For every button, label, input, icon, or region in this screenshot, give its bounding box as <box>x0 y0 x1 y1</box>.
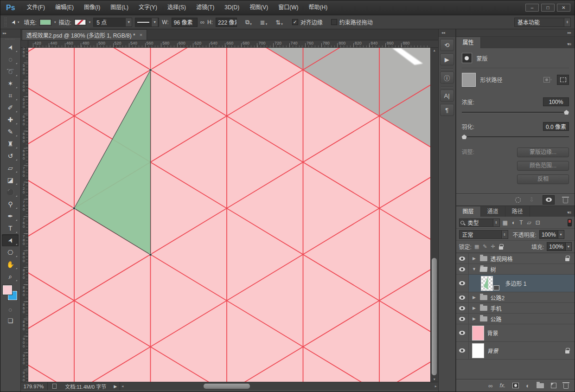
scroll-up-icon[interactable]: ▲ <box>431 49 438 52</box>
layer-name[interactable]: 多边形 1 <box>505 279 527 287</box>
vertical-scrollbar-thumb[interactable] <box>432 258 437 375</box>
tab-close-icon[interactable]: × <box>140 32 142 38</box>
layer-name[interactable]: 背景 <box>487 329 498 337</box>
menu-item[interactable]: 选择(S) <box>162 0 191 15</box>
layer-content[interactable]: ▶透视网格 <box>469 253 575 263</box>
layer-row[interactable]: ▶公路 <box>456 314 575 324</box>
panels-collapse-header[interactable]: ▸▸ <box>456 29 575 37</box>
density-value[interactable]: 100% <box>543 97 569 106</box>
eye-icon[interactable] <box>459 348 465 353</box>
layer-visibility-cell[interactable] <box>456 324 469 341</box>
layer-content[interactable]: 多边形 1 <box>469 275 575 292</box>
invert-button[interactable]: 反相 <box>517 174 569 184</box>
feather-slider-thumb[interactable] <box>462 135 467 139</box>
scroll-down-icon[interactable]: ▼ <box>431 378 438 381</box>
filter-adjustment-layers-icon[interactable]: ◐ <box>512 219 515 226</box>
close-button[interactable]: ✕ <box>557 4 570 12</box>
expand-triangle-icon[interactable]: ▶ <box>472 295 477 300</box>
layer-visibility-cell[interactable] <box>456 303 469 313</box>
layer-visibility-cell[interactable] <box>456 253 469 263</box>
history-panel-icon[interactable]: ⟲ <box>440 39 454 51</box>
layer-row[interactable]: ▶手机 <box>456 303 575 314</box>
layer-content[interactable]: 背景 <box>469 324 575 341</box>
scroll-left-icon[interactable]: ◂ <box>121 384 123 388</box>
apply-mask-icon[interactable]: ⇩ <box>529 196 534 203</box>
tools-grip[interactable] <box>5 39 15 40</box>
mask-visibility-eye-icon[interactable] <box>543 195 555 205</box>
tab-channels[interactable]: 通道 <box>481 206 505 217</box>
layer-name[interactable]: 背景 <box>487 347 498 354</box>
lock-pixels-icon[interactable]: ✎ <box>483 244 487 250</box>
history-brush-tool[interactable]: ↺ <box>2 150 19 162</box>
tab-layers[interactable]: 图层 <box>456 206 481 217</box>
layer-thumbnail[interactable] <box>481 276 493 291</box>
checkbox-checked-icon[interactable]: ✓ <box>292 19 298 25</box>
opacity-combo[interactable]: 100% ▼ <box>539 230 564 239</box>
layer-visibility-cell[interactable] <box>456 275 469 292</box>
stroke-type-select[interactable]: ▼ <box>135 18 159 27</box>
layer-content[interactable]: 背景 <box>469 342 575 359</box>
minimize-button[interactable]: – <box>525 4 539 12</box>
stroke-width-select[interactable]: 5 点 ▼ <box>93 18 132 27</box>
add-pixel-mask-icon[interactable]: + <box>543 77 552 83</box>
layer-visibility-cell[interactable] <box>456 314 469 324</box>
brush-tool[interactable]: ✎ <box>2 126 19 138</box>
layer-name[interactable]: 透视网格 <box>491 255 513 263</box>
menu-item[interactable]: 图层(L) <box>105 0 134 15</box>
mask-edge-button[interactable]: 蒙版边缘... <box>517 148 569 157</box>
blur-tool[interactable]: ⚫ <box>2 186 19 198</box>
density-slider[interactable] <box>462 109 569 116</box>
chevron-down-icon[interactable]: ▼ <box>558 230 564 239</box>
panel-menu-icon[interactable]: ▾≡ <box>567 210 575 217</box>
pen-tool[interactable]: ✒ <box>2 210 19 222</box>
eraser-tool[interactable]: ▱ <box>2 162 19 174</box>
expand-triangle-icon[interactable]: ▶ <box>472 256 477 261</box>
path-arrange-icon[interactable]: ⇅▾ <box>274 19 284 26</box>
new-layer-icon[interactable] <box>551 383 556 388</box>
layer-style-icon[interactable]: fx. <box>499 382 505 389</box>
layer-row[interactable]: 多边形 1 <box>456 275 575 292</box>
layer-row[interactable]: ▼树 <box>456 264 575 275</box>
fill-combo[interactable]: 100% ▼ <box>547 242 572 251</box>
expand-triangle-icon[interactable]: ▶ <box>472 316 477 321</box>
layer-name[interactable]: 公路2 <box>491 294 505 302</box>
menu-item[interactable]: 图像(I) <box>79 0 105 15</box>
actions-panel-icon[interactable]: ▶ <box>440 53 454 65</box>
eye-icon[interactable] <box>459 317 465 321</box>
shape-width-input[interactable]: 96 像素 <box>172 18 198 27</box>
path-operations-icon[interactable]: ⧉▾ <box>243 19 254 26</box>
gradient-tool[interactable]: ◪ <box>2 174 19 186</box>
menu-item[interactable]: 帮助(H) <box>304 0 333 15</box>
layer-name[interactable]: 树 <box>491 265 496 273</box>
link-dimensions-icon[interactable]: ∞ <box>200 19 204 26</box>
status-menu-icon[interactable]: ▶ <box>111 384 120 389</box>
lock-all-icon[interactable] <box>499 246 503 250</box>
dodge-tool[interactable]: ⚲ <box>2 198 19 210</box>
collapse-triangle-icon[interactable]: ▼ <box>472 267 477 271</box>
filter-pixel-layers-icon[interactable]: ▦ <box>503 219 508 226</box>
lock-transparency-icon[interactable]: ▦ <box>474 244 479 250</box>
menu-item[interactable]: 窗口(W) <box>273 0 303 15</box>
character-panel-icon[interactable]: A| <box>440 90 454 102</box>
filter-type-select[interactable]: 类型 ⇕ <box>459 218 500 227</box>
expand-triangle-icon[interactable]: ▶ <box>472 306 477 310</box>
vertical-scrollbar[interactable]: ▲ ▼ <box>430 48 438 382</box>
screen-mode-icon[interactable]: ❏ <box>2 315 19 326</box>
add-mask-icon[interactable] <box>512 383 519 388</box>
feather-value[interactable]: 0.0 像素 <box>543 122 569 131</box>
delete-mask-icon[interactable] <box>563 198 568 203</box>
menu-item[interactable]: 滤镜(T) <box>191 0 219 15</box>
eye-icon[interactable] <box>459 296 465 300</box>
eye-icon[interactable] <box>459 267 465 271</box>
add-vector-mask-icon[interactable] <box>557 75 569 85</box>
adjustment-layer-icon[interactable]: ◐ <box>526 382 530 389</box>
filter-toggle[interactable] <box>568 219 572 226</box>
shape-tool[interactable]: ⎔ <box>2 246 19 258</box>
hand-tool[interactable]: ✋ <box>2 258 19 270</box>
tools-collapse-header[interactable]: ▸▸ <box>0 29 20 38</box>
tab-paths[interactable]: 路径 <box>505 206 530 217</box>
link-layers-icon[interactable]: ∞ <box>488 382 492 389</box>
layer-visibility-cell[interactable] <box>456 264 469 274</box>
clone-stamp-tool[interactable]: ♜ <box>2 138 19 150</box>
zoom-tool[interactable]: ⌕ <box>2 270 19 283</box>
